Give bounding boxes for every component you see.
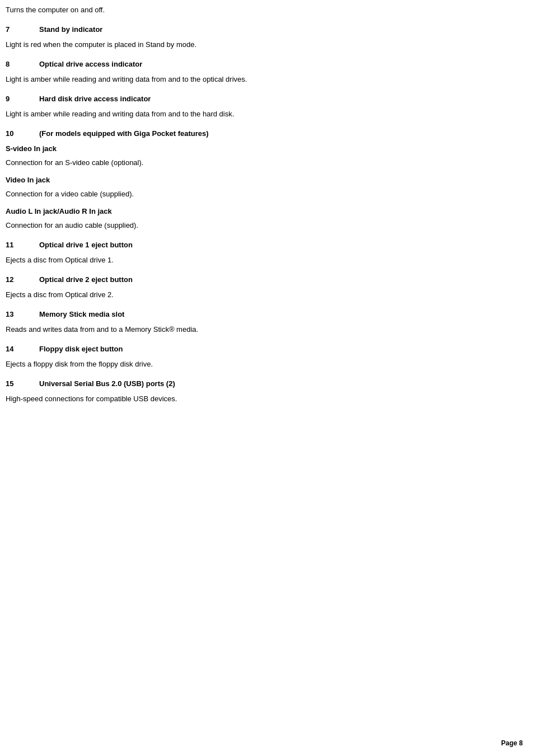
section-description: Ejects a disc from Optical drive 2. <box>6 290 512 299</box>
section-title: (For models equipped with Giga Pocket fe… <box>39 129 209 138</box>
section-title: Optical drive 1 eject button <box>39 241 133 249</box>
section-number: 7 <box>6 25 39 34</box>
subsection-title: Video In jack <box>6 176 512 184</box>
subsection: Audio L In jack/Audio R In jackConnectio… <box>6 207 512 229</box>
section: 10(For models equipped with Giga Pocket … <box>6 129 512 229</box>
section-description: High-speed connections for compatible US… <box>6 395 512 403</box>
section-number: 13 <box>6 310 39 318</box>
section-number: 15 <box>6 379 39 388</box>
section-description: Light is amber while reading and writing… <box>6 110 512 118</box>
section-title: Optical drive 2 eject button <box>39 275 133 284</box>
section-description: Light is amber while reading and writing… <box>6 75 512 83</box>
section: 9Hard disk drive access indicatorLight i… <box>6 95 512 118</box>
section-number: 11 <box>6 241 39 249</box>
section: 14Floppy disk eject buttonEjects a flopp… <box>6 345 512 368</box>
section-number: 12 <box>6 275 39 284</box>
sections-container: 7Stand by indicatorLight is red when the… <box>6 25 512 403</box>
section-title: Floppy disk eject button <box>39 345 123 353</box>
section-number: 10 <box>6 129 39 138</box>
section: 7Stand by indicatorLight is red when the… <box>6 25 512 49</box>
intro-text: Turns the computer on and off. <box>6 6 512 14</box>
section: 15Universal Serial Bus 2.0 (USB) ports (… <box>6 379 512 403</box>
section-number: 8 <box>6 60 39 68</box>
section-description: Ejects a disc from Optical drive 1. <box>6 256 512 264</box>
section-header: 10(For models equipped with Giga Pocket … <box>6 129 512 138</box>
page-number: Page 8 <box>501 739 523 747</box>
section-title: Memory Stick media slot <box>39 310 124 318</box>
subsection: Video In jackConnection for a video cabl… <box>6 176 512 198</box>
subsection-description: Connection for a video cable (supplied). <box>6 190 512 198</box>
section-header: 15Universal Serial Bus 2.0 (USB) ports (… <box>6 379 512 388</box>
section-header: 13Memory Stick media slot <box>6 310 512 318</box>
section: 8Optical drive access indicatorLight is … <box>6 60 512 83</box>
subsection-title: S-video In jack <box>6 144 512 153</box>
section-header: 11Optical drive 1 eject button <box>6 241 512 249</box>
section-header: 9Hard disk drive access indicator <box>6 95 512 103</box>
section-number: 9 <box>6 95 39 103</box>
section: 13Memory Stick media slotReads and write… <box>6 310 512 334</box>
section-number: 14 <box>6 345 39 353</box>
section-title: Stand by indicator <box>39 25 102 34</box>
subsection-description: Connection for an S-video cable (optiona… <box>6 158 512 167</box>
section-header: 8Optical drive access indicator <box>6 60 512 68</box>
section-description: Ejects a floppy disk from the floppy dis… <box>6 360 512 368</box>
section-title: Optical drive access indicator <box>39 60 142 68</box>
section: 11Optical drive 1 eject buttonEjects a d… <box>6 241 512 264</box>
subsection-description: Connection for an audio cable (supplied)… <box>6 221 512 229</box>
section-header: 14Floppy disk eject button <box>6 345 512 353</box>
subsection-title: Audio L In jack/Audio R In jack <box>6 207 512 215</box>
section-header: 12Optical drive 2 eject button <box>6 275 512 284</box>
section-title: Hard disk drive access indicator <box>39 95 151 103</box>
section-title: Universal Serial Bus 2.0 (USB) ports (2) <box>39 379 175 388</box>
page-content: Turns the computer on and off. 7Stand by… <box>0 0 534 436</box>
section-description: Reads and writes data from and to a Memo… <box>6 325 512 334</box>
section: 12Optical drive 2 eject buttonEjects a d… <box>6 275 512 299</box>
subsection: S-video In jackConnection for an S-video… <box>6 144 512 167</box>
section-header: 7Stand by indicator <box>6 25 512 34</box>
section-description: Light is red when the computer is placed… <box>6 40 512 49</box>
